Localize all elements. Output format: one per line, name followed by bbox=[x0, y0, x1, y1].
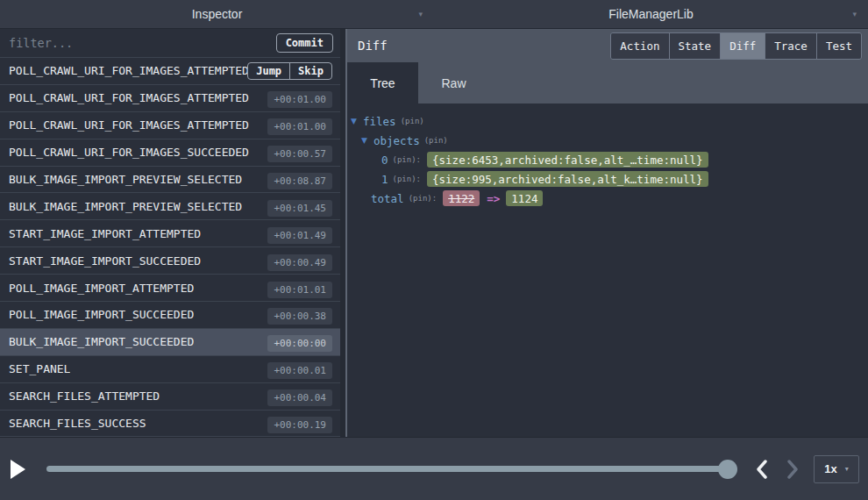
chevron-down-icon: ▾ bbox=[418, 10, 423, 18]
action-name: BULK_IMAGE_IMPORT_SUCCEEDED bbox=[9, 335, 194, 348]
tree-key[interactable]: objects bbox=[374, 134, 420, 147]
action-list: POLL_CRAWL_URI_FOR_IMAGES_ATTEMPTED Jump… bbox=[0, 58, 340, 437]
action-name: BULK_IMAGE_IMPORT_PREVIEW_SELECTED bbox=[9, 200, 242, 213]
pin-label: (pin): bbox=[393, 155, 422, 164]
row-button-group: JumpSkip bbox=[247, 62, 332, 80]
action-row[interactable]: POLL_CRAWL_URI_FOR_IMAGES_SUCCEEDED +00:… bbox=[0, 139, 340, 167]
speed-label: 1x bbox=[824, 462, 836, 475]
action-name: POLL_CRAWL_URI_FOR_IMAGES_SUCCEEDED bbox=[9, 146, 249, 159]
jump-button[interactable]: Jump bbox=[248, 63, 289, 79]
collapse-arrow-icon[interactable]: ▼ bbox=[351, 117, 363, 125]
tree-key: total bbox=[371, 192, 404, 205]
action-row-right: +00:00.57 bbox=[267, 144, 332, 161]
action-row-right: +00:01.45 bbox=[267, 198, 332, 215]
action-row-right: +00:00.19 bbox=[267, 415, 332, 432]
action-timestamp: +00:08.87 bbox=[267, 173, 332, 189]
action-name: SEARCH_FILES_SUCCESS bbox=[9, 417, 146, 430]
action-timestamp: +00:00.04 bbox=[267, 389, 332, 406]
play-icon bbox=[11, 460, 25, 479]
inspector-title: Inspector bbox=[192, 7, 243, 21]
player-bar: 1x ▾ bbox=[0, 437, 868, 500]
tree-row-item-1: 1 (pin): {size:995,archived:false,alt_k…… bbox=[351, 169, 863, 189]
tab-diff[interactable]: Diff bbox=[720, 33, 765, 59]
subtab-bar: Tree Raw bbox=[347, 62, 868, 104]
action-timestamp: +00:00.38 bbox=[267, 308, 332, 325]
tree-row-item-0: 0 (pin): {size:6453,archived:false,alt_…… bbox=[351, 150, 863, 169]
speed-select[interactable]: 1x ▾ bbox=[814, 455, 859, 483]
tab-action[interactable]: Action bbox=[611, 33, 668, 59]
diff-arrow: => bbox=[487, 192, 500, 205]
action-name: SET_PANEL bbox=[9, 362, 70, 375]
pin-label: (pin) bbox=[424, 136, 448, 145]
action-row[interactable]: SEARCH_FILES_SUCCESS +00:00.19 bbox=[0, 411, 340, 437]
action-row[interactable]: START_IMAGE_IMPORT_ATTEMPTED +00:01.49 bbox=[0, 220, 340, 247]
action-row-right: +00:00.01 bbox=[267, 361, 332, 377]
chevron-down-icon: ▾ bbox=[852, 10, 857, 18]
skip-button[interactable]: Skip bbox=[289, 63, 331, 79]
action-row[interactable]: BULK_IMAGE_IMPORT_SUCCEEDED +00:00:00 bbox=[0, 329, 340, 356]
step-forward-button[interactable] bbox=[783, 459, 802, 480]
action-row-right: +00:01.49 bbox=[267, 225, 332, 242]
tab-raw[interactable]: Raw bbox=[418, 62, 489, 104]
tree-row-objects: ▼ objects (pin) bbox=[351, 131, 863, 150]
panel-header: Diff Action State Diff Trace Test bbox=[347, 29, 868, 62]
commit-button[interactable]: Commit bbox=[276, 33, 333, 53]
tree-row-total: total (pin): 1122 => 1124 bbox=[351, 189, 863, 208]
action-name: START_IMAGE_IMPORT_ATTEMPTED bbox=[9, 227, 201, 240]
action-timestamp: +00:00:00 bbox=[267, 335, 332, 352]
action-name: POLL_CRAWL_URI_FOR_IMAGES_ATTEMPTED bbox=[9, 118, 249, 132]
diff-value-added: 1124 bbox=[506, 190, 543, 206]
filter-bar: Commit bbox=[0, 29, 340, 58]
diff-value-updated: {size:6453,archived:false,alt_…time:null… bbox=[427, 152, 708, 168]
action-row-right: +00:00:00 bbox=[267, 333, 332, 350]
action-row[interactable]: SEARCH_FILES_ATTEMPTED +00:00.04 bbox=[0, 383, 340, 411]
action-row[interactable]: BULK_IMAGE_IMPORT_PREVIEW_SELECTED +00:0… bbox=[0, 193, 340, 220]
tree-key: 1 bbox=[381, 173, 388, 186]
action-name: POLL_IMAGE_IMPORT_SUCCEEDED bbox=[9, 308, 194, 321]
collapse-arrow-icon[interactable]: ▼ bbox=[361, 136, 374, 145]
inspector-select[interactable]: Inspector ▾ bbox=[0, 0, 434, 28]
action-timestamp: +00:01.49 bbox=[267, 227, 332, 244]
slider-thumb[interactable] bbox=[718, 460, 737, 479]
diff-panel: Diff Action State Diff Trace Test Tree R… bbox=[347, 29, 868, 437]
instance-title: FileManagerLib bbox=[608, 7, 694, 21]
tab-state[interactable]: State bbox=[669, 33, 721, 59]
action-timestamp: +00:00.19 bbox=[267, 417, 332, 433]
action-row[interactable]: SET_PANEL +00:00.01 bbox=[0, 356, 340, 383]
instance-select[interactable]: FileManagerLib ▾ bbox=[434, 0, 868, 28]
tree-row-files: ▼ files (pin) bbox=[351, 111, 863, 131]
action-row-right: +00:01.00 bbox=[267, 117, 332, 133]
action-row-right: +00:00.49 bbox=[267, 253, 332, 269]
action-name: START_IMAGE_IMPORT_SUCCEEDED bbox=[9, 254, 201, 268]
action-timestamp: +00:00.49 bbox=[267, 254, 332, 271]
devtools-window: Inspector ▾ FileManagerLib ▾ Commit POLL… bbox=[0, 0, 868, 500]
action-row-right: +00:08.87 bbox=[267, 171, 332, 188]
playback-slider[interactable] bbox=[46, 460, 736, 479]
action-timestamp: +00:01.00 bbox=[267, 118, 332, 135]
action-row[interactable]: POLL_CRAWL_URI_FOR_IMAGES_ATTEMPTED +00:… bbox=[0, 85, 340, 112]
action-row[interactable]: POLL_CRAWL_URI_FOR_IMAGES_ATTEMPTED +00:… bbox=[0, 112, 340, 139]
action-name: POLL_IMAGE_IMPORT_ATTEMPTED bbox=[9, 282, 194, 295]
action-row[interactable]: POLL_CRAWL_URI_FOR_IMAGES_ATTEMPTED Jump… bbox=[0, 58, 340, 85]
action-row[interactable]: START_IMAGE_IMPORT_SUCCEEDED +00:00.49 bbox=[0, 247, 340, 275]
tab-trace[interactable]: Trace bbox=[765, 33, 816, 59]
action-row[interactable]: POLL_IMAGE_IMPORT_SUCCEEDED +00:00.38 bbox=[0, 302, 340, 329]
slider-track[interactable] bbox=[46, 466, 736, 472]
action-name: SEARCH_FILES_ATTEMPTED bbox=[9, 389, 160, 403]
chevron-right-icon bbox=[786, 460, 799, 479]
step-back-button[interactable] bbox=[752, 459, 772, 480]
tab-test[interactable]: Test bbox=[816, 33, 861, 59]
diff-tree: ▼ files (pin) ▼ objects (pin) 0 (pin): {… bbox=[347, 104, 868, 437]
play-button[interactable] bbox=[11, 458, 33, 481]
filter-input[interactable] bbox=[9, 36, 276, 50]
chevron-left-icon bbox=[756, 460, 768, 479]
tree-key[interactable]: files bbox=[363, 115, 396, 128]
tree-key: 0 bbox=[381, 154, 388, 167]
action-row[interactable]: POLL_IMAGE_IMPORT_ATTEMPTED +00:01.01 bbox=[0, 275, 340, 302]
pin-label: (pin): bbox=[409, 194, 438, 203]
action-timestamp: +00:01.45 bbox=[267, 200, 332, 217]
tab-tree[interactable]: Tree bbox=[347, 62, 418, 104]
action-row[interactable]: BULK_IMAGE_IMPORT_PREVIEW_SELECTED +00:0… bbox=[0, 167, 340, 194]
action-timestamp: +00:01.00 bbox=[267, 91, 332, 108]
diff-value-removed: 1122 bbox=[443, 190, 480, 206]
